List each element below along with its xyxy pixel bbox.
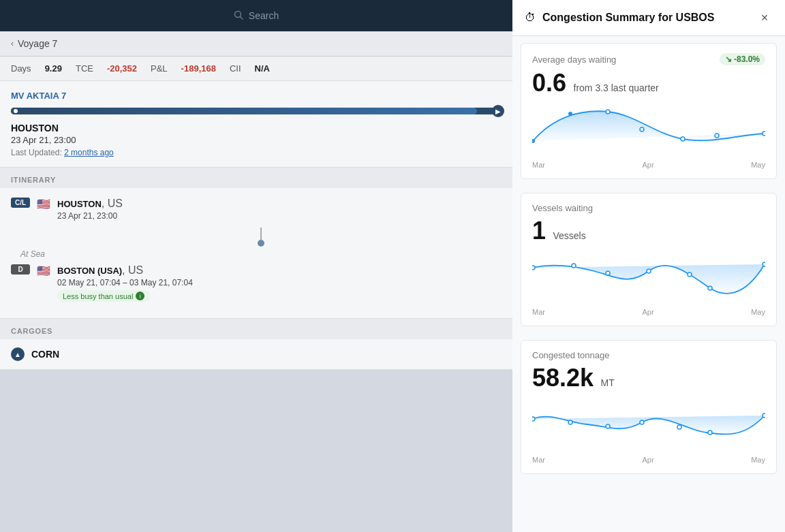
chart-tonnage — [532, 398, 765, 453]
svg-point-16 — [532, 417, 535, 421]
progress-fill — [11, 108, 477, 114]
chart-labels-vessels: Mar Apr May — [532, 308, 765, 316]
stat-sub-vessels: Vessels — [553, 230, 585, 241]
svg-point-5 — [640, 127, 644, 131]
itin-date-1: 02 May 21, 07:04 – 03 May 21, 07:04 — [57, 278, 193, 287]
days-label: Days — [11, 63, 31, 74]
last-updated-link[interactable]: 2 months ago — [64, 148, 114, 157]
info-icon: i — [136, 292, 144, 300]
stat-badge-avg-days: ↘ -83.0% — [720, 53, 765, 65]
current-port-name: HOUSTON — [11, 123, 502, 134]
stat-card-vessels: Vessels waiting 1 Vessels — [521, 193, 777, 327]
connector-at-sea — [20, 228, 502, 247]
itin-port-name-1: BOSTON (USA), US — [57, 264, 193, 277]
svg-point-7 — [715, 134, 719, 138]
voyage-progress-bar: ▶ — [11, 108, 502, 114]
svg-point-9 — [532, 266, 535, 270]
svg-point-13 — [688, 272, 692, 277]
svg-point-12 — [647, 269, 651, 273]
panel-title: Congestion Summary for USBOS — [542, 12, 750, 24]
itin-badge-0: C/L — [11, 198, 30, 208]
cargoes-section-label: CARGOES — [0, 319, 512, 339]
stat-main-value-tonnage: 58.2k — [532, 364, 594, 392]
itinerary-row-1: D 🇺🇸 BOSTON (USA), US 02 May 21, 07:04 –… — [11, 264, 502, 302]
itinerary-section-label: ITINERARY — [0, 168, 512, 188]
chart-labels-avg-days: Mar Apr May — [532, 161, 765, 169]
itin-badge-1: D — [11, 264, 30, 275]
cii-label: CII — [230, 63, 241, 74]
stat-sub-tonnage: MT — [601, 377, 615, 388]
flag-0: 🇺🇸 — [37, 198, 50, 210]
panel-header: ⏱ Congestion Summary for USBOS × — [512, 0, 785, 36]
pl-value: -189,168 — [181, 63, 216, 74]
stat-label-tonnage: Congested tonnage — [532, 350, 609, 360]
itin-date-0: 23 Apr 21, 23:00 — [57, 211, 123, 221]
stat-main-row-avg-days: 0.6 from 3.3 last quarter — [532, 69, 765, 97]
svg-point-6 — [681, 137, 685, 141]
svg-point-10 — [572, 264, 576, 268]
stat-sub-avg-days: from 3.3 last quarter — [574, 82, 659, 93]
itinerary-card: C/L 🇺🇸 HOUSTON, US 23 Apr 21, 23:00 At S… — [0, 188, 512, 319]
svg-point-3 — [568, 112, 572, 116]
cargo-row-0: ▲ CORN — [0, 339, 512, 370]
metrics-bar: Days 9.29 TCE -20,352 P&L -189,168 CII N… — [0, 57, 512, 81]
chart-vessels — [532, 251, 765, 305]
vessel-title: MV AKTAIA 7 — [11, 91, 502, 101]
stat-label-avg-days: Average days waiting — [532, 54, 616, 65]
svg-point-22 — [763, 413, 765, 418]
svg-point-17 — [568, 420, 572, 424]
chart-labels-tonnage: Mar Apr May — [532, 456, 765, 464]
cii-value: N/A — [255, 63, 270, 74]
tce-value: -20,352 — [107, 63, 137, 74]
svg-point-21 — [708, 431, 712, 435]
badge-arrow-down: ↘ — [725, 54, 732, 64]
stat-card-tonnage: Congested tonnage 58.2k MT — [521, 340, 777, 474]
right-panel: ⏱ Congestion Summary for USBOS × Average… — [512, 0, 785, 532]
search-label: Search — [249, 10, 279, 21]
chart-avg-days — [532, 104, 765, 158]
svg-point-19 — [640, 420, 644, 424]
svg-point-4 — [606, 110, 610, 114]
svg-line-1 — [240, 16, 243, 19]
svg-point-15 — [763, 262, 765, 266]
itin-port-info-0: HOUSTON, US 23 Apr 21, 23:00 — [57, 198, 123, 221]
svg-point-20 — [677, 425, 681, 429]
pl-label: P&L — [151, 63, 168, 74]
last-updated-text: Last Updated: 2 months ago — [11, 148, 502, 157]
back-arrow[interactable]: ‹ — [11, 39, 14, 48]
connector-line — [260, 228, 262, 240]
itin-port-info-1: BOSTON (USA), US 02 May 21, 07:04 – 03 M… — [57, 264, 193, 302]
stat-main-row-tonnage: 58.2k MT — [532, 364, 765, 392]
stat-main-value-vessels: 1 — [532, 217, 546, 245]
cargo-name-0: CORN — [31, 349, 59, 360]
stat-card-avg-days: Average days waiting ↘ -83.0% 0.6 from 3… — [521, 43, 777, 179]
stat-header-vessels: Vessels waiting — [532, 203, 765, 213]
svg-point-18 — [606, 424, 610, 428]
busy-badge: Less busy than usual i — [57, 290, 150, 302]
progress-start-dot — [12, 108, 19, 114]
breadcrumb: ‹ Voyage 7 — [0, 31, 512, 57]
timer-icon: ⏱ — [525, 12, 536, 24]
connector-dot — [258, 240, 264, 247]
progress-end-arrow: ▶ — [492, 105, 504, 117]
top-bar: Search — [0, 0, 512, 31]
left-panel: Search ‹ Voyage 7 Days 9.29 TCE -20,352 … — [0, 0, 512, 532]
search-icon — [234, 10, 243, 22]
itin-port-name-0: HOUSTON, US — [57, 198, 123, 210]
close-button[interactable]: × — [756, 10, 773, 26]
stat-main-value-avg-days: 0.6 — [532, 69, 566, 97]
current-port-date: 23 Apr 21, 23:00 — [11, 135, 502, 145]
days-value: 9.29 — [45, 63, 62, 74]
itinerary-row-0: C/L 🇺🇸 HOUSTON, US 23 Apr 21, 23:00 — [11, 198, 502, 221]
svg-point-11 — [606, 271, 610, 275]
tce-label: TCE — [76, 63, 93, 74]
flag-1: 🇺🇸 — [37, 264, 50, 277]
vessel-card: MV AKTAIA 7 ▶ HOUSTON 23 Apr 21, 23:00 L… — [0, 81, 512, 168]
voyage-label: Voyage 7 — [18, 38, 57, 49]
stat-main-row-vessels: 1 Vessels — [532, 217, 765, 245]
stat-header-avg-days: Average days waiting ↘ -83.0% — [532, 53, 765, 65]
stat-header-tonnage: Congested tonnage — [532, 350, 765, 360]
stat-label-vessels: Vessels waiting — [532, 203, 593, 213]
svg-point-14 — [708, 286, 712, 290]
cargo-expand-0[interactable]: ▲ — [11, 347, 25, 361]
